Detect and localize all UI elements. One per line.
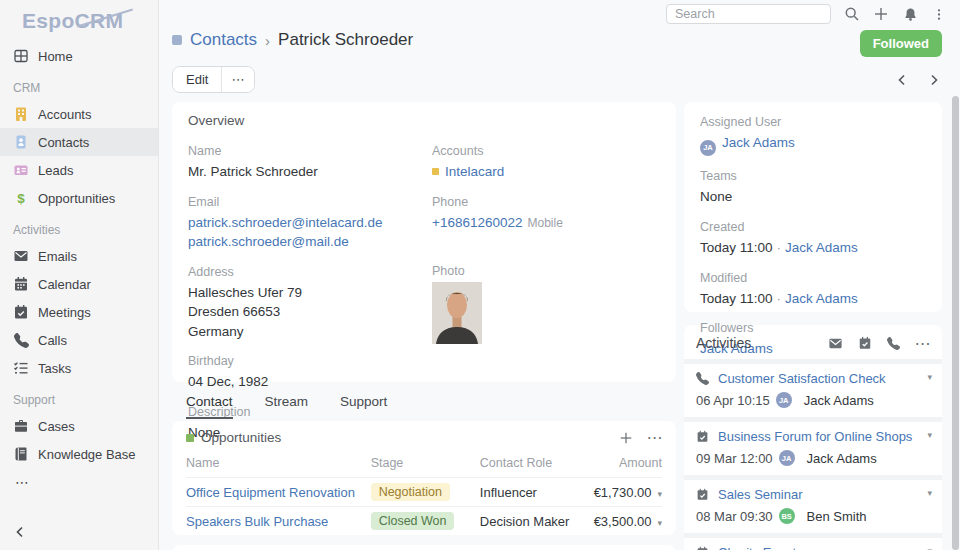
field-created: Created Today 11:00·Jack Adams: [700, 220, 926, 258]
breadcrumb-contacts-link[interactable]: Contacts: [190, 30, 257, 50]
field-phone: Phone +16861260022Mobile: [432, 195, 660, 233]
field-address: Address Hallesches Ufer 79 Dresden 66653…: [188, 265, 416, 342]
next-record-icon[interactable]: [926, 72, 942, 88]
sidebar-item-label: Meetings: [38, 305, 91, 320]
sidebar-more-button[interactable]: ⋯: [0, 468, 158, 496]
activity-date: 09 Mar 12:00: [696, 451, 773, 466]
account-link[interactable]: Intelacard: [445, 164, 504, 179]
tab-support[interactable]: Support: [340, 394, 387, 419]
field-photo: Photo: [432, 264, 660, 344]
opportunities-table: Name Stage Contact Role Amount Office Eq…: [186, 449, 662, 535]
app-logo[interactable]: EspoCRM: [0, 0, 158, 42]
edit-button-group: Edit ⋯: [172, 66, 255, 93]
bell-icon[interactable]: [902, 6, 918, 22]
sidebar-item-label: Contacts: [38, 135, 89, 150]
field-modified: Modified Today 11:00·Jack Adams: [700, 271, 926, 309]
activity-date: 06 Apr 10:15: [696, 393, 770, 408]
search-icon[interactable]: [844, 6, 860, 22]
phone-link[interactable]: +16861260022: [432, 215, 522, 230]
kebab-menu-icon[interactable]: [931, 6, 947, 22]
followed-button[interactable]: Followed: [860, 30, 942, 57]
sidebar-item-cases[interactable]: Cases: [0, 412, 158, 440]
compose-email-icon[interactable]: [828, 336, 843, 351]
account-square-icon: [432, 168, 439, 175]
row-menu-caret-icon[interactable]: ▾: [657, 489, 662, 499]
edit-button[interactable]: Edit: [173, 67, 221, 92]
avatar: JA: [700, 140, 716, 156]
sidebar-item-meetings[interactable]: Meetings: [0, 298, 158, 326]
email-primary-link[interactable]: patrick.schroeder@intelacard.de: [188, 215, 383, 230]
email-secondary-link[interactable]: patrick.schroeder@mail.de: [188, 234, 349, 249]
assigned-user-link[interactable]: Jack Adams: [722, 135, 795, 150]
sidebar-section-crm: CRM: [0, 70, 158, 100]
contact-role-cell: Influencer: [480, 478, 594, 507]
sidebar-item-calls[interactable]: Calls: [0, 326, 158, 354]
table-row: Office Equipment Renovation Negotiation …: [186, 478, 662, 507]
sidebar-item-contacts[interactable]: Contacts: [0, 128, 158, 156]
sidebar-item-tasks[interactable]: Tasks: [0, 354, 158, 382]
contact-photo[interactable]: [432, 282, 482, 344]
stage-badge: Negotiation: [371, 483, 450, 501]
plus-icon[interactable]: [873, 6, 889, 22]
sidebar-item-label: Opportunities: [38, 191, 115, 206]
dot-separator: ·: [777, 291, 782, 306]
opportunities-title: Opportunities: [201, 430, 604, 445]
activity-link[interactable]: Customer Satisfaction Check: [718, 371, 886, 386]
opportunity-link[interactable]: Office Equipment Renovation: [186, 485, 355, 500]
created-by-link[interactable]: Jack Adams: [785, 240, 858, 255]
contact-card-icon: [13, 134, 29, 150]
logo-espo: Espo: [22, 9, 75, 32]
field-email: Email patrick.schroeder@intelacard.de pa…: [188, 195, 416, 252]
sidebar-collapse-button[interactable]: [12, 524, 32, 544]
avatar: JA: [779, 450, 795, 466]
opportunity-link[interactable]: Speakers Bulk Purchase: [186, 514, 328, 529]
topbar: [159, 0, 960, 28]
row-menu-caret-icon[interactable]: ▾: [657, 518, 662, 528]
activity-caret-icon[interactable]: ▾: [927, 372, 932, 382]
sidebar-item-home[interactable]: Home: [0, 42, 158, 70]
sidebar-item-opportunities[interactable]: $ Opportunities: [0, 184, 158, 212]
page-scrollbar[interactable]: [952, 96, 959, 550]
sidebar-item-label: Calendar: [38, 277, 91, 292]
log-call-icon[interactable]: [886, 336, 901, 351]
previous-record-icon[interactable]: [894, 72, 910, 88]
sidebar-item-calendar[interactable]: Calendar: [0, 270, 158, 298]
sidebar-item-label: Cases: [38, 419, 75, 434]
activities-menu-icon[interactable]: ⋯: [915, 336, 930, 351]
activity-link[interactable]: Sales Seminar: [718, 487, 803, 502]
page-header: Contacts › Patrick Schroeder Followed: [172, 30, 942, 57]
sidebar-item-accounts[interactable]: Accounts: [0, 100, 158, 128]
tab-contact[interactable]: Contact: [186, 394, 233, 419]
amount-cell: €3,500.00: [594, 514, 652, 529]
sidebar-section-activities: Activities: [0, 212, 158, 242]
sidebar-item-emails[interactable]: Emails: [0, 242, 158, 270]
field-accounts: Accounts Intelacard: [432, 144, 660, 182]
record-pager: [894, 72, 942, 88]
modified-by-link[interactable]: Jack Adams: [785, 291, 858, 306]
activity-caret-icon[interactable]: ▾: [927, 488, 932, 498]
list-item: Business Forum for Online Shops ▾ 09 Mar…: [684, 417, 942, 475]
field-teams: Teams None: [700, 169, 926, 207]
activity-caret-icon[interactable]: ▾: [927, 430, 932, 440]
tab-stream[interactable]: Stream: [265, 394, 309, 419]
sidebar-item-knowledge-base[interactable]: Knowledge Base: [0, 440, 158, 468]
activity-user: Jack Adams: [804, 393, 874, 408]
opportunity-square-icon: [186, 434, 194, 442]
search-input[interactable]: [666, 4, 831, 24]
home-icon: [13, 48, 29, 64]
sidebar-item-leads[interactable]: Leads: [0, 156, 158, 184]
building-icon: [13, 106, 29, 122]
schedule-meeting-icon[interactable]: [857, 336, 872, 351]
add-opportunity-icon[interactable]: [618, 430, 633, 445]
activity-link[interactable]: Charity Event: [718, 545, 796, 550]
activity-date: 08 Mar 09:30: [696, 509, 773, 524]
field-name: Name Mr. Patrick Schroeder: [188, 144, 416, 182]
phone-type-label: Mobile: [527, 216, 562, 230]
opportunities-menu-icon[interactable]: ⋯: [647, 430, 662, 445]
activity-caret-icon[interactable]: ▾: [927, 546, 932, 550]
more-actions-button[interactable]: ⋯: [221, 67, 254, 92]
activity-link[interactable]: Business Forum for Online Shops: [718, 429, 912, 444]
opportunities-panel: Opportunities ⋯ Name Stage Contact Role …: [172, 421, 676, 535]
overview-panel: Overview Name Mr. Patrick Schroeder Emai…: [172, 102, 676, 382]
main-column: Overview Name Mr. Patrick Schroeder Emai…: [172, 102, 676, 550]
